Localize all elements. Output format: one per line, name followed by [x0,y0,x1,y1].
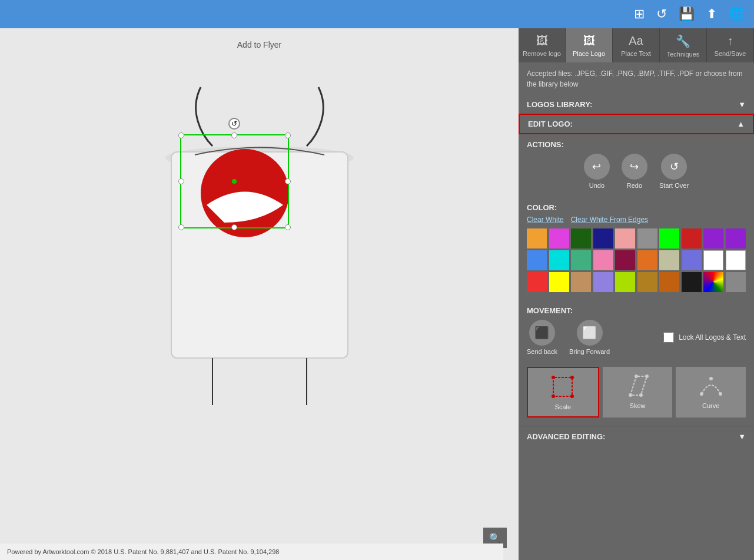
send-back-button[interactable]: ⬛ Send back [527,320,557,355]
logos-library-header[interactable]: LOGOS LIBRARY: ▼ [519,95,754,114]
canvas-area: Add to Flyer [0,28,519,560]
lock-checkbox[interactable] [663,332,674,343]
add-image-icon[interactable]: ⊞ [634,6,645,22]
logo-selection-overlay[interactable]: ↺ [180,134,289,228]
start-over-button[interactable]: ↺ Start Over [659,154,689,189]
color-swatch-yellow[interactable] [549,272,569,292]
accepted-files-text: Accepted files: .JPEG, .GIF, .PNG, .BMP,… [519,62,754,95]
corner-handle-tl[interactable] [178,132,184,138]
color-swatch-cyan[interactable] [549,250,569,270]
logos-library-label: LOGOS LIBRARY: [527,100,592,109]
tab-remove-logo[interactable]: 🖼 Remove logo [519,28,566,62]
color-links: Clear White Clear White From Edges [527,216,746,224]
color-swatch-periwinkle[interactable] [593,272,613,292]
curve-label: Curve [702,402,719,409]
color-swatch-white[interactable] [703,250,723,270]
color-swatch-purple2[interactable] [726,228,746,248]
scale-button[interactable]: Scale [527,367,599,417]
send-save-icon: ↑ [728,34,733,48]
color-swatch-midgray[interactable] [726,272,746,292]
color-section: COLOR: Clear White Clear White From Edge… [519,197,754,300]
bring-forward-icon: ⬜ [577,320,603,346]
color-swatch-tan[interactable] [659,250,679,270]
color-swatch-rose[interactable] [593,250,613,270]
color-swatch-brightred[interactable] [527,272,547,292]
transform-buttons: Scale Skew [519,363,754,426]
right-panel: 🖼 Remove logo 🖼 Place Logo Aa Place Text… [519,28,754,560]
clear-white-link[interactable]: Clear White [527,216,564,224]
scale-icon [550,374,576,400]
curve-button[interactable]: Curve [676,367,746,417]
lock-label: Lock All Logos & Text [663,332,746,343]
corner-handle-tm[interactable] [231,132,237,138]
translate-icon[interactable]: 🌐 [729,6,745,22]
send-back-icon: ⬛ [529,320,555,346]
share-icon[interactable]: ⬆ [706,6,717,22]
movement-controls: ⬛ Send back ⬜ Bring Forward Lock All Log… [527,320,746,355]
color-swatch-brown[interactable] [571,272,591,292]
undo-button[interactable]: ↩ Undo [584,154,610,189]
bring-forward-button[interactable]: ⬜ Bring Forward [569,320,610,355]
corner-handle-mr[interactable] [285,178,291,184]
edit-logo-label: EDIT LOGO: [528,120,573,128]
skew-icon [625,373,650,399]
corner-handle-br[interactable] [285,224,291,230]
svg-point-18 [709,377,713,380]
corner-handle-ml[interactable] [178,178,184,184]
corner-handle-bm[interactable] [231,224,237,230]
color-swatch-black[interactable] [682,272,702,292]
color-swatch-rainbow[interactable] [703,272,723,292]
add-to-flyer-label: Add to Flyer [237,40,281,49]
start-over-icon: ↺ [661,154,687,180]
color-swatch-gray[interactable] [637,228,657,248]
svg-point-10 [552,395,555,398]
tab-place-text[interactable]: Aa Place Text [613,28,660,62]
color-swatch-pink[interactable] [549,228,569,248]
footer: Powered by Artworktool.com © 2018 U.S. P… [0,544,503,560]
movement-label: MOVEMENT: [527,306,746,315]
color-swatch-teal[interactable] [571,250,591,270]
main-layout: Add to Flyer [0,28,754,560]
svg-point-15 [639,393,643,397]
redo-label: Redo [627,182,642,189]
logos-library-chevron: ▼ [738,100,746,109]
redo-button[interactable]: ↪ Redo [622,154,647,189]
color-swatch-gold[interactable] [637,272,657,292]
bag-container [95,64,424,405]
svg-point-8 [552,376,555,379]
color-swatch-lime[interactable] [615,272,635,292]
svg-point-9 [570,376,574,379]
refresh-icon[interactable]: ↺ [656,6,667,22]
color-swatch-darkgreen[interactable] [571,228,591,248]
save-icon[interactable]: 💾 [679,6,695,22]
color-swatch-blue[interactable] [527,250,547,270]
movement-section: MOVEMENT: ⬛ Send back ⬜ Bring Forward Lo… [519,300,754,363]
color-swatch-darkorange[interactable] [637,250,657,270]
color-swatch-green[interactable] [659,228,679,248]
corner-handle-tr[interactable] [285,132,291,138]
skew-button[interactable]: Skew [603,367,673,417]
color-swatch-orange[interactable] [527,228,547,248]
edit-logo-header[interactable]: EDIT LOGO: ▲ [519,114,754,134]
svg-point-17 [719,392,722,396]
tab-techniques-label: Techniques [667,51,700,58]
undo-icon: ↩ [584,154,610,180]
color-swatch-lavender[interactable] [682,250,702,270]
advanced-editing-label: ADVANCED EDITING: [527,432,605,441]
color-swatch-maroon[interactable] [615,250,635,270]
color-swatch-purple[interactable] [703,228,723,248]
clear-white-from-edges-link[interactable]: Clear White From Edges [571,216,648,224]
corner-handle-bl[interactable] [178,224,184,230]
color-swatch-lightpink[interactable] [615,228,635,248]
rotate-handle[interactable]: ↺ [228,118,240,130]
scale-label: Scale [555,403,572,410]
color-swatch-white2[interactable] [726,250,746,270]
tab-send-save[interactable]: ↑ Send/Save [707,28,754,62]
color-swatch-red[interactable] [682,228,702,248]
tab-place-logo[interactable]: 🖼 Place Logo [566,28,613,62]
tab-techniques[interactable]: 🔧 Techniques [660,28,707,62]
advanced-editing-header[interactable]: ADVANCED EDITING: ▼ [519,426,754,447]
color-swatch-darkblue[interactable] [593,228,613,248]
tab-remove-logo-label: Remove logo [523,50,561,57]
color-swatch-amber[interactable] [659,272,679,292]
